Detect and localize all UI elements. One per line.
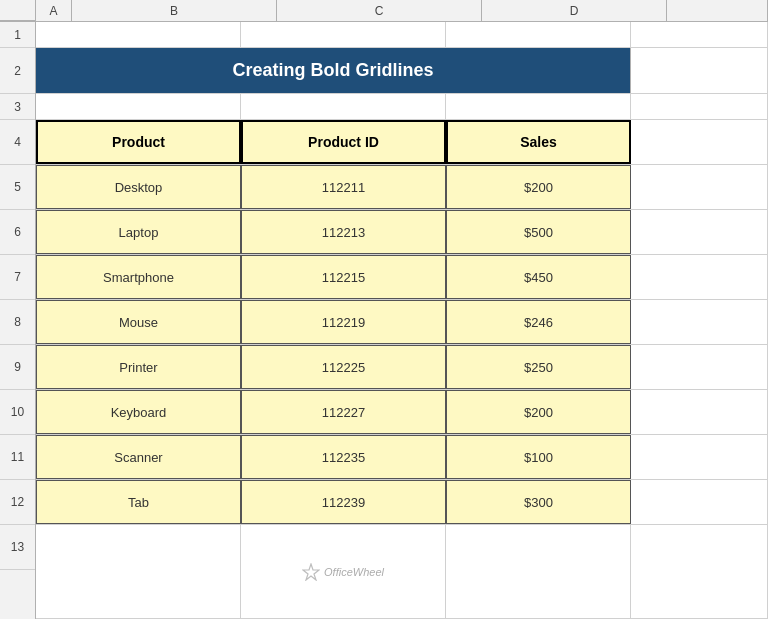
cell-c1[interactable] <box>241 22 446 47</box>
col-header-e <box>667 0 768 21</box>
cell-id-1[interactable]: 112213 <box>241 210 446 254</box>
header-product-id[interactable]: Product ID <box>241 120 446 164</box>
cell-e5[interactable] <box>631 165 768 209</box>
table-row: Keyboard 112227 $200 <box>36 390 768 435</box>
cell-sales-3[interactable]: $246 <box>446 300 631 344</box>
header-sales[interactable]: Sales <box>446 120 631 164</box>
grid-body: 1 2 3 4 5 6 7 8 9 10 11 12 13 <box>0 22 768 619</box>
cell-e12[interactable] <box>631 480 768 524</box>
col-header-d: D <box>482 0 667 21</box>
cell-sales-4[interactable]: $250 <box>446 345 631 389</box>
column-headers: A B C D <box>0 0 768 22</box>
cell-product-3[interactable]: Mouse <box>36 300 241 344</box>
cell-product-6[interactable]: Scanner <box>36 435 241 479</box>
sheet-row-2: Creating Bold Gridlines <box>36 48 768 94</box>
cell-e1[interactable] <box>631 22 768 47</box>
row-num-2[interactable]: 2 <box>0 48 35 94</box>
svg-marker-0 <box>303 564 319 580</box>
cell-d3[interactable] <box>446 94 631 119</box>
title-cell: Creating Bold Gridlines <box>36 48 631 93</box>
cell-id-5[interactable]: 112227 <box>241 390 446 434</box>
spreadsheet: A B C D 1 2 3 4 5 6 7 8 9 10 11 12 13 <box>0 0 768 619</box>
row-num-9[interactable]: 9 <box>0 345 35 390</box>
table-row: Laptop 112213 $500 <box>36 210 768 255</box>
cell-c13: OfficeWheel <box>241 525 446 618</box>
cell-e2[interactable] <box>631 48 768 93</box>
cell-id-0[interactable]: 112211 <box>241 165 446 209</box>
row-num-3[interactable]: 3 <box>0 94 35 120</box>
cell-id-7[interactable]: 112239 <box>241 480 446 524</box>
col-header-a: A <box>36 0 72 21</box>
cell-sales-0[interactable]: $200 <box>446 165 631 209</box>
cell-sales-7[interactable]: $300 <box>446 480 631 524</box>
cell-d13[interactable] <box>446 525 631 618</box>
row-num-10[interactable]: 10 <box>0 390 35 435</box>
row-numbers: 1 2 3 4 5 6 7 8 9 10 11 12 13 <box>0 22 36 619</box>
cell-b3[interactable] <box>36 94 241 119</box>
row-num-6[interactable]: 6 <box>0 210 35 255</box>
row-num-5[interactable]: 5 <box>0 165 35 210</box>
table-row: Smartphone 112215 $450 <box>36 255 768 300</box>
cell-e7[interactable] <box>631 255 768 299</box>
cell-product-2[interactable]: Smartphone <box>36 255 241 299</box>
table-row: Tab 112239 $300 <box>36 480 768 525</box>
corner-cell <box>0 0 36 21</box>
spreadsheet-title: Creating Bold Gridlines <box>232 60 433 81</box>
table-row: Scanner 112235 $100 <box>36 435 768 480</box>
row-num-11[interactable]: 11 <box>0 435 35 480</box>
cell-e10[interactable] <box>631 390 768 434</box>
row-num-1[interactable]: 1 <box>0 22 35 48</box>
table-row: Mouse 112219 $246 <box>36 300 768 345</box>
cell-e8[interactable] <box>631 300 768 344</box>
cell-sales-5[interactable]: $200 <box>446 390 631 434</box>
col-header-c: C <box>277 0 482 21</box>
cell-id-2[interactable]: 112215 <box>241 255 446 299</box>
cell-e9[interactable] <box>631 345 768 389</box>
sheet-row-1 <box>36 22 768 48</box>
cell-id-3[interactable]: 112219 <box>241 300 446 344</box>
watermark: OfficeWheel <box>302 563 384 581</box>
cell-e13[interactable] <box>631 525 768 618</box>
cell-sales-6[interactable]: $100 <box>446 435 631 479</box>
row-num-7[interactable]: 7 <box>0 255 35 300</box>
cell-id-4[interactable]: 112225 <box>241 345 446 389</box>
cell-e3[interactable] <box>631 94 768 119</box>
grid-content: Creating Bold Gridlines Product Product … <box>36 22 768 619</box>
row-num-12[interactable]: 12 <box>0 480 35 525</box>
table-row: Printer 112225 $250 <box>36 345 768 390</box>
sheet-row-3 <box>36 94 768 120</box>
header-product[interactable]: Product <box>36 120 241 164</box>
officewheel-icon <box>302 563 320 581</box>
col-header-b: B <box>72 0 277 21</box>
cell-c3[interactable] <box>241 94 446 119</box>
cell-d1[interactable] <box>446 22 631 47</box>
row-num-8[interactable]: 8 <box>0 300 35 345</box>
cell-b1[interactable] <box>36 22 241 47</box>
table-header-row: Product Product ID Sales <box>36 120 768 165</box>
cell-product-1[interactable]: Laptop <box>36 210 241 254</box>
sheet-row-13: OfficeWheel <box>36 525 768 619</box>
cell-product-0[interactable]: Desktop <box>36 165 241 209</box>
table-row: Desktop 112211 $200 <box>36 165 768 210</box>
cell-product-5[interactable]: Keyboard <box>36 390 241 434</box>
cell-sales-1[interactable]: $500 <box>446 210 631 254</box>
row-num-13[interactable]: 13 <box>0 525 35 570</box>
cell-b13[interactable] <box>36 525 241 618</box>
cell-e6[interactable] <box>631 210 768 254</box>
cell-e11[interactable] <box>631 435 768 479</box>
cell-sales-2[interactable]: $450 <box>446 255 631 299</box>
cell-id-6[interactable]: 112235 <box>241 435 446 479</box>
watermark-text: OfficeWheel <box>324 566 384 578</box>
cell-e4[interactable] <box>631 120 768 164</box>
cell-product-4[interactable]: Printer <box>36 345 241 389</box>
row-num-4[interactable]: 4 <box>0 120 35 165</box>
cell-product-7[interactable]: Tab <box>36 480 241 524</box>
